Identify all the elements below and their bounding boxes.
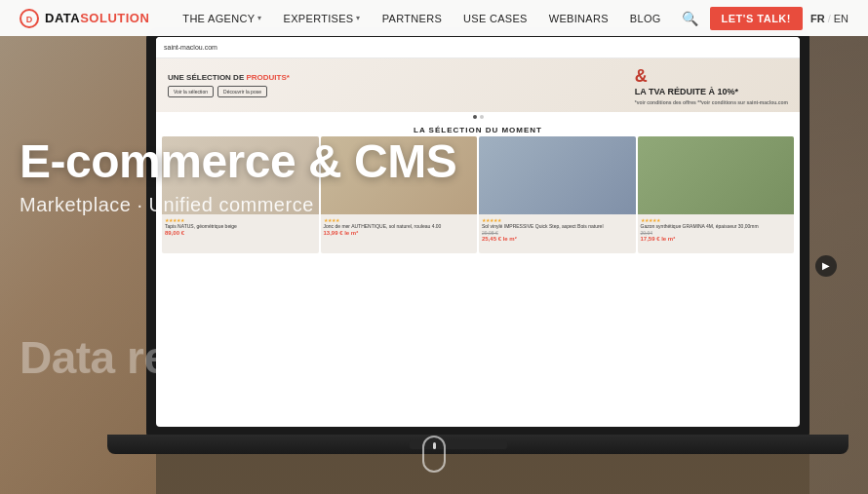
scroll-dot [433,442,436,449]
lang-separator: / [828,13,831,24]
screen-product-info-4: ★★★★★ Gazon synthétique GRAMINA 4M, épai… [638,214,795,245]
screen-banner-left: UNE SÉLECTION DE PRODUITS* Voir la sélec… [168,73,290,97]
nav-item-expertises[interactable]: EXPERTISES ▾ [274,0,371,36]
screen-btn-pose[interactable]: Découvrir la pose [217,86,267,97]
nav-item-partners[interactable]: PARTNERS [373,0,452,36]
hero-text-block: E-commerce & CMS Marketplace · Unified c… [20,136,456,216]
screen-product-info-3: ★★★★★ Sol vinylé IMPRESSIVE Quick Step, … [479,214,636,245]
screen-section-title: LA SÉLECTION DU MOMENT [156,122,800,136]
lets-talk-button[interactable]: LET'S TALK! [710,7,803,30]
screen-banner-buttons: Voir la sélection Découvrir la pose [168,86,290,97]
nav-item-blog[interactable]: BLOG [620,0,671,36]
lang-fr[interactable]: FR [810,13,825,24]
screen-banner-right: & LA TVA RÉDUITE À 10%* *voir conditions… [635,66,788,105]
screen-nav: saint-maclou.com [164,44,217,51]
nav-item-the-agency[interactable]: THE AGENCY ▾ [173,0,271,36]
lang-en[interactable]: EN [834,13,848,24]
navbar-nav: THE AGENCY ▾ EXPERTISES ▾ PARTNERS USE C… [173,0,677,36]
navbar-right: 🔍 LET'S TALK! FR / EN [678,7,848,30]
laptop-container: saint-maclou.com UNE SÉLECTION DE PRODUI… [107,27,868,494]
screen-btn-selection[interactable]: Voir la sélection [168,86,214,97]
screen-header: saint-maclou.com [156,37,800,58]
navbar: D DATASOLUTION THE AGENCY ▾ EXPERTISES ▾… [0,0,868,36]
hero-text-block-2: Data repository [20,331,341,384]
navbar-logo[interactable]: D DATASOLUTION [20,9,149,28]
screen-product-4: ★★★★★ Gazon synthétique GRAMINA 4M, épai… [638,136,795,253]
nav-item-webinars[interactable]: WEBINARS [539,0,618,36]
laptop-next-arrow[interactable]: ▶ [815,255,837,277]
screen-product-3: ★★★★★ Sol vinylé IMPRESSIVE Quick Step, … [479,136,636,253]
screen-dot-2 [480,115,484,119]
hero-title: E-commerce & CMS [20,136,456,188]
hero-title-2: Data repository [20,331,341,384]
screen-slider-dots [156,112,800,122]
navbar-logo-text: DATASOLUTION [45,11,149,25]
screen-product-img-3 [479,136,636,214]
language-switcher: FR / EN [810,13,848,24]
chevron-down-icon: ▾ [257,14,261,22]
datasolution-logo-icon: D [20,9,39,28]
screen-banner: UNE SÉLECTION DE PRODUITS* Voir la sélec… [156,58,800,112]
screen-product-info-1: ★★★★★ Tapis NATUS, géométrique beige 89,… [162,214,319,239]
screen-product-img-4 [638,136,795,214]
nav-item-use-cases[interactable]: USE CASES [454,0,537,36]
search-icon[interactable]: 🔍 [678,7,702,30]
screen-dot-1 [473,115,477,119]
chevron-down-icon: ▾ [356,14,360,22]
svg-text:D: D [26,15,33,24]
hero-subtitle: Marketplace · Unified commerce [20,194,456,216]
screen-product-info-2: ★★★★ Jonc de mer AUTHENTIQUE, sol nature… [321,214,478,239]
scroll-indicator[interactable] [422,436,446,473]
